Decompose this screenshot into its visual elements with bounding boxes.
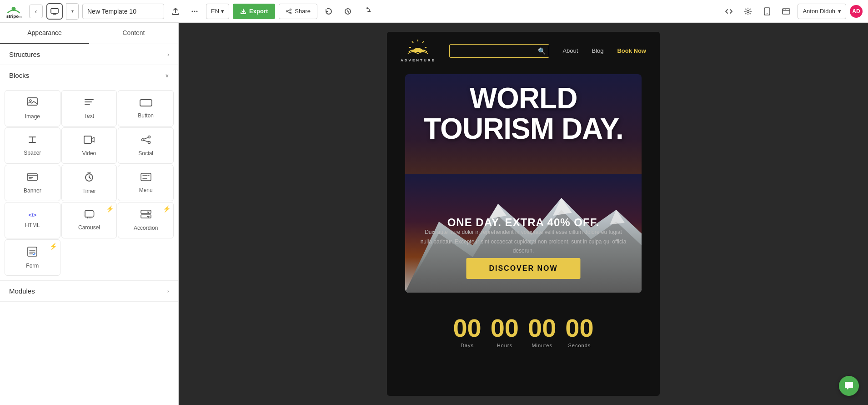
social-icon xyxy=(141,135,151,147)
seconds-label: Seconds xyxy=(568,343,591,348)
email-search-bar[interactable]: 🔍 xyxy=(449,44,549,58)
panel-tabs: Appearance Content xyxy=(0,23,178,44)
share-label: Share xyxy=(295,8,311,15)
menu-label: Menu xyxy=(139,187,153,193)
back-button[interactable]: ‹ xyxy=(29,5,43,18)
nav-blog[interactable]: Blog xyxy=(592,47,603,54)
svg-rect-24 xyxy=(27,174,37,180)
spacer-icon xyxy=(27,136,37,146)
code-view-button[interactable] xyxy=(721,4,737,19)
block-banner[interactable]: Banner xyxy=(5,165,60,201)
svg-point-6 xyxy=(196,10,198,12)
image-icon xyxy=(27,97,38,110)
svg-point-15 xyxy=(784,9,785,10)
hero-wrapper: WORLD TOURISM DAY. ONE DAY. EXTRA 40% OF… xyxy=(387,74,660,302)
toolbar: stripo .email ‹ ▾ EN ▾ Export Share xyxy=(0,0,868,23)
video-icon xyxy=(84,135,95,147)
banner-icon xyxy=(27,172,38,184)
countdown-section: 00 Days 00 Hours 00 Minutes 00 Seconds xyxy=(387,302,660,357)
block-social[interactable]: Social xyxy=(118,127,174,164)
banner-label: Banner xyxy=(24,187,41,194)
accordion-badge: ⚡ xyxy=(163,205,171,213)
user-chevron: ▾ xyxy=(838,8,841,15)
timer-label: Timer xyxy=(82,188,96,194)
mobile-view-button[interactable] xyxy=(759,4,775,19)
email-preview: ADVENTURE 🔍 About Blog Book Now xyxy=(387,32,660,396)
app-logo: stripo .email xyxy=(5,3,22,20)
blocks-chevron: ∨ xyxy=(165,72,169,79)
block-image[interactable]: Image xyxy=(5,90,60,127)
hero-subtitle-area: ONE DAY. EXTRA 40% OFF. xyxy=(414,216,632,229)
button-icon xyxy=(140,98,152,109)
user-name: Anton Diduh xyxy=(803,8,835,15)
structures-section: Structures › xyxy=(0,44,178,65)
html-icon: </> xyxy=(29,212,36,218)
undo-button[interactable] xyxy=(321,4,336,19)
tab-appearance[interactable]: Appearance xyxy=(0,23,89,44)
desktop-view-button[interactable] xyxy=(46,3,63,20)
block-accordion[interactable]: ⚡ Accordion xyxy=(118,202,174,238)
image-label: Image xyxy=(25,113,40,120)
svg-rect-17 xyxy=(27,98,37,105)
button-label: Button xyxy=(138,112,154,119)
settings-button[interactable] xyxy=(740,4,756,19)
structures-label: Structures xyxy=(9,51,40,58)
social-label: Social xyxy=(138,150,153,157)
svg-point-31 xyxy=(89,217,90,218)
share-button[interactable]: Share xyxy=(279,4,317,19)
template-name-input[interactable] xyxy=(82,4,164,19)
countdown-seconds: 00 Seconds xyxy=(565,315,593,348)
svg-point-13 xyxy=(767,13,768,14)
minutes-label: Minutes xyxy=(532,343,552,348)
nav-about[interactable]: About xyxy=(562,47,578,54)
blocks-grid: Image Text Button xyxy=(0,86,178,280)
modules-label: Modules xyxy=(9,287,35,295)
structures-header[interactable]: Structures › xyxy=(0,44,178,65)
language-button[interactable]: EN ▾ xyxy=(206,4,229,19)
timer-icon xyxy=(85,172,94,184)
svg-point-22 xyxy=(148,141,150,143)
chat-button[interactable] xyxy=(839,376,859,396)
svg-point-32 xyxy=(90,217,91,218)
countdown-days: 00 Days xyxy=(453,315,481,348)
tab-content[interactable]: Content xyxy=(89,23,178,44)
svg-point-23 xyxy=(141,138,144,141)
modules-header[interactable]: Modules › xyxy=(0,281,178,301)
history-button[interactable] xyxy=(340,4,356,19)
svg-point-8 xyxy=(290,12,291,14)
view-dropdown-button[interactable]: ▾ xyxy=(66,3,79,20)
svg-point-16 xyxy=(785,9,786,10)
svg-rect-27 xyxy=(85,211,93,217)
redo-button[interactable] xyxy=(359,4,375,19)
hero-title: WORLD TOURISM DAY. xyxy=(405,83,642,144)
modules-chevron: › xyxy=(167,288,169,294)
svg-text:.email: .email xyxy=(16,15,22,19)
countdown-minutes: 00 Minutes xyxy=(528,315,556,348)
export-button[interactable]: Export xyxy=(233,4,275,19)
block-form[interactable]: ⚡ Form xyxy=(5,239,60,276)
svg-rect-29 xyxy=(93,212,95,216)
block-video[interactable]: Video xyxy=(61,127,117,164)
hero-description: Duis aute irure dolor in reprehenderit i… xyxy=(419,228,628,255)
block-menu[interactable]: Menu xyxy=(118,165,174,201)
search-icon: 🔍 xyxy=(538,47,546,55)
upload-button[interactable] xyxy=(168,4,183,19)
block-text[interactable]: Text xyxy=(61,90,117,127)
spacer-label: Spacer xyxy=(24,150,41,156)
form-label: Form xyxy=(26,263,39,269)
user-menu-button[interactable]: Anton Diduh ▾ xyxy=(798,4,846,19)
svg-rect-19 xyxy=(140,100,152,106)
svg-point-11 xyxy=(747,10,749,12)
preview-button[interactable] xyxy=(778,4,794,19)
nav-book-now[interactable]: Book Now xyxy=(617,47,646,54)
block-timer[interactable]: Timer xyxy=(61,165,117,201)
block-html[interactable]: </> HTML xyxy=(5,202,60,238)
svg-point-21 xyxy=(148,136,150,138)
hero-cta-button[interactable]: DISCOVER NOW xyxy=(466,258,580,279)
block-spacer[interactable]: Spacer xyxy=(5,127,60,164)
more-options-button[interactable] xyxy=(187,4,202,19)
svg-rect-26 xyxy=(141,173,151,181)
block-carousel[interactable]: ⚡ Carousel xyxy=(61,202,117,238)
blocks-header[interactable]: Blocks ∨ xyxy=(0,65,178,86)
block-button[interactable]: Button xyxy=(118,90,174,127)
